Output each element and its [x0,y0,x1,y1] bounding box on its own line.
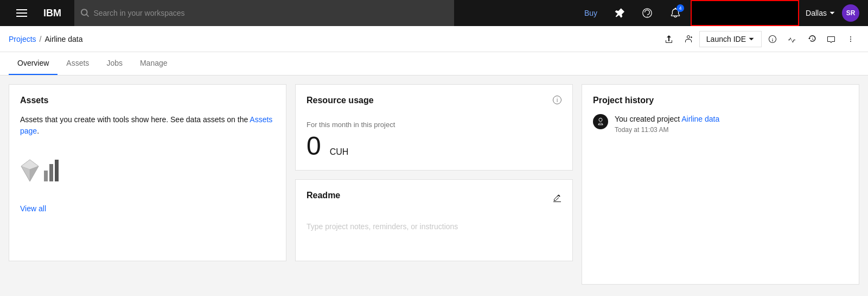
highlighted-search-box [691,0,799,26]
history-timestamp: Today at 11:03 AM [615,126,719,134]
readme-placeholder: Type project notes, reminders, or instru… [307,218,561,235]
history-entry-body: You created project Airline data Today a… [615,114,719,134]
edit-icon [553,194,561,203]
readme-card-title: Readme [307,191,340,200]
notification-icon-button[interactable]: 4 [662,0,688,26]
notification-badge: 4 [676,4,684,12]
svg-point-4 [850,36,851,37]
overflow-icon [846,35,855,43]
history-button[interactable] [803,30,820,48]
svg-rect-10 [44,171,48,181]
activity-icon [788,35,796,43]
view-all-link[interactable]: View all [20,204,46,213]
assets-card: Assets Assets that you create with tools… [9,84,286,261]
diamond-icon [20,159,40,182]
svg-rect-12 [55,160,59,181]
assets-card-title: Assets [20,96,275,105]
svg-point-3 [647,16,647,17]
menu-button[interactable] [9,0,35,26]
svg-rect-11 [49,164,53,181]
main-content: Assets Assets that you create with tools… [0,75,868,293]
asset-illustration [20,150,275,191]
pin-icon [614,8,624,18]
history-card-title: Project history [593,96,848,105]
info-button[interactable] [764,30,781,48]
breadcrumb-separator: / [40,35,42,43]
svg-point-5 [850,39,851,40]
history-user-avatar [593,114,608,129]
resource-card-title: Resource usage [307,96,374,105]
ibm-logo: IBM [43,8,61,19]
avatar[interactable]: SR [842,4,859,22]
breadcrumb: Projects / Airline data [9,35,83,43]
search-bar[interactable] [74,0,454,26]
tab-overview[interactable]: Overview [9,52,58,75]
more-options-button[interactable] [842,30,859,48]
svg-rect-1 [16,12,27,14]
tab-assets[interactable]: Assets [58,52,98,75]
assets-description: Assets that you create with tools show h… [20,114,275,137]
chat-icon [827,35,835,43]
add-collaborator-button[interactable] [680,30,697,48]
sub-nav: Projects / Airline data Launch IDE [0,26,868,52]
search-input[interactable] [93,9,448,17]
middle-column: Resource usage i For this month in this … [295,84,573,261]
launch-ide-button[interactable]: Launch IDE [699,31,762,47]
history-text: You created project Airline data [615,114,719,125]
activity-button[interactable] [783,30,801,48]
history-entry: You created project Airline data Today a… [593,114,848,134]
projects-breadcrumb-link[interactable]: Projects [9,35,36,43]
help-icon [642,8,653,18]
history-project-link[interactable]: Airline data [681,115,719,123]
resource-header: Resource usage i [307,96,561,114]
info-icon [768,35,777,43]
region-selector[interactable]: Dallas [801,0,840,26]
readme-header: Readme [307,191,561,209]
svg-rect-2 [16,16,27,17]
resource-value-display: 0 CUH [307,133,561,159]
upload-icon [665,35,673,43]
readme-edit-button[interactable] [553,194,561,205]
resource-unit: CUH [330,147,349,157]
resource-value: 0 [307,133,321,159]
add-user-icon [684,35,693,43]
upload-button[interactable] [660,30,678,48]
help-icon-button[interactable] [634,0,660,26]
breadcrumb-current: Airline data [44,35,82,43]
pin-icon-button[interactable] [606,0,632,26]
top-nav: IBM Buy 4 Dallas [0,0,868,26]
tab-jobs[interactable]: Jobs [98,52,131,75]
assets-page-link[interactable]: Assets page [20,115,272,135]
search-icon [81,9,89,17]
project-history-card: Project history You created project Airl… [582,84,859,285]
chat-button[interactable] [822,30,840,48]
tab-manage[interactable]: Manage [131,52,176,75]
nav-right-actions: Buy 4 Dallas SR [578,0,859,26]
sub-nav-actions: Launch IDE [660,30,859,48]
bar-chart-icon [44,160,59,181]
resource-info-icon[interactable]: i [553,96,561,104]
user-icon [597,118,604,125]
history-icon [807,35,816,43]
svg-rect-0 [16,9,27,10]
buy-button[interactable]: Buy [578,0,604,26]
readme-card: Readme Type project notes, reminders, or… [295,179,573,261]
chevron-down-icon [748,36,755,42]
resource-subtitle: For this month in this project [307,121,561,129]
chevron-down-icon [829,10,835,16]
svg-point-6 [850,41,851,42]
tabs-bar: Overview Assets Jobs Manage [0,52,868,75]
resource-usage-card: Resource usage i For this month in this … [295,84,573,171]
